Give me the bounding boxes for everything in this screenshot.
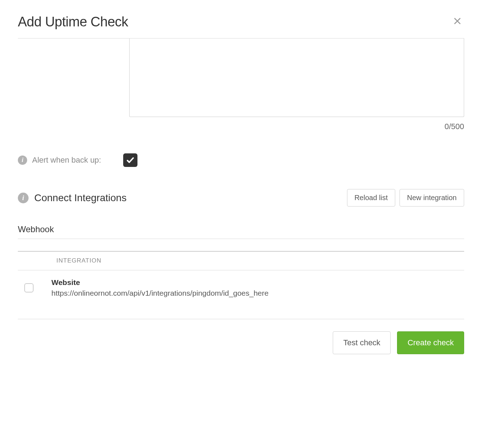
integration-row-checkbox[interactable]: [24, 283, 34, 292]
info-icon[interactable]: i: [18, 193, 29, 203]
alert-back-up-label: Alert when back up:: [32, 156, 101, 165]
integration-column-header: INTEGRATION: [18, 251, 464, 270]
alert-back-up-checkbox[interactable]: [123, 153, 137, 167]
message-textarea[interactable]: [129, 39, 464, 117]
reload-list-button[interactable]: Reload list: [347, 189, 395, 207]
info-icon[interactable]: i: [18, 156, 27, 165]
integration-name: Website: [51, 278, 464, 287]
create-check-button[interactable]: Create check: [397, 331, 464, 354]
test-check-button[interactable]: Test check: [333, 331, 391, 354]
modal-title: Add Uptime Check: [18, 14, 128, 30]
new-integration-button[interactable]: New integration: [400, 189, 464, 207]
table-row: Website https://onlineornot.com/api/v1/i…: [18, 270, 464, 305]
char-counter: 0/500: [129, 122, 464, 131]
integration-url: https://onlineornot.com/api/v1/integrati…: [51, 289, 464, 297]
integrations-section-title: Connect Integrations: [34, 192, 126, 204]
webhook-heading: Webhook: [18, 224, 464, 239]
close-icon[interactable]: [451, 14, 464, 29]
